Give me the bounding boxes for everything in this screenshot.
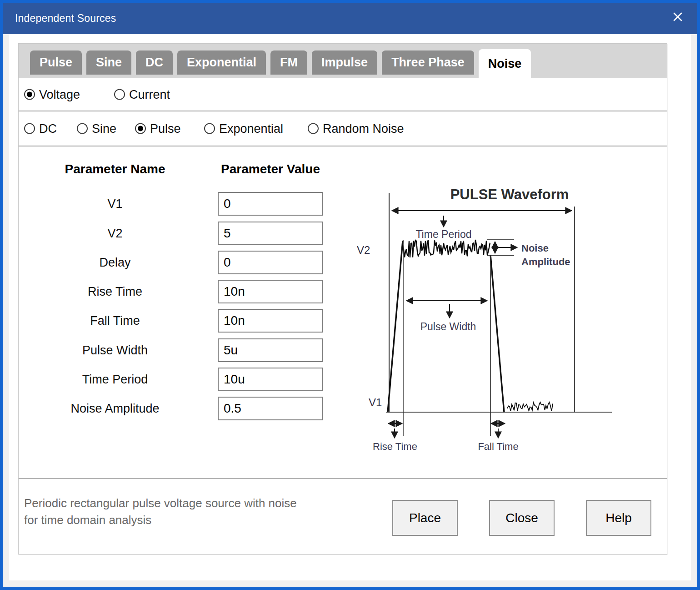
close-x-glyph xyxy=(673,12,683,22)
time-period-label: Time Period xyxy=(415,228,471,240)
radio-pulse-circle xyxy=(135,123,146,134)
source-description-line2: for time domain analysis xyxy=(24,512,360,529)
close-icon[interactable] xyxy=(670,9,685,25)
radio-random-noise[interactable]: Random Noise xyxy=(308,121,404,136)
param-label-v2: V2 xyxy=(42,222,188,245)
param-label-noise-amplitude: Noise Amplitude xyxy=(42,397,188,420)
param-label-v1: V1 xyxy=(42,192,188,216)
independent-sources-dialog: Independent Sources Pulse Sine DC Expone… xyxy=(0,0,700,590)
param-input-v2[interactable] xyxy=(218,222,323,245)
radio-sine[interactable]: Sine xyxy=(77,121,116,136)
radio-voltage[interactable]: Voltage xyxy=(24,87,80,101)
main-panel: Pulse Sine DC Exponential FM Impulse Thr… xyxy=(18,43,667,555)
param-label-pulse-width: Pulse Width xyxy=(42,338,188,362)
radio-sine-label: Sine xyxy=(92,121,116,136)
window-title: Independent Sources xyxy=(3,12,116,25)
radio-pulse-label: Pulse xyxy=(150,121,181,136)
tab-noise[interactable]: Noise xyxy=(479,49,531,78)
source-description-line1: Periodic rectangular pulse voltage sourc… xyxy=(24,495,360,512)
param-label-rise-time: Rise Time xyxy=(42,280,188,303)
tab-three-phase[interactable]: Three Phase xyxy=(382,50,474,75)
radio-dc-circle xyxy=(24,123,35,134)
param-input-rise-time[interactable] xyxy=(218,280,323,303)
tab-pulse[interactable]: Pulse xyxy=(30,50,82,75)
param-input-delay[interactable] xyxy=(218,251,323,274)
tab-impulse[interactable]: Impulse xyxy=(312,50,377,75)
param-label-fall-time: Fall Time xyxy=(42,309,188,333)
parameter-value-header: Parameter Value xyxy=(198,162,343,176)
radio-dc[interactable]: DC xyxy=(24,121,57,136)
signal-type-row: DC Sine Pulse Exponential Random Noise xyxy=(19,111,667,146)
close-button[interactable]: Close xyxy=(489,500,555,536)
pulse-width-label: Pulse Width xyxy=(420,321,476,333)
tab-strip: Pulse Sine DC Exponential FM Impulse Thr… xyxy=(19,44,667,78)
title-bar: Independent Sources xyxy=(3,3,697,34)
place-button[interactable]: Place xyxy=(392,500,458,536)
radio-random-noise-label: Random Noise xyxy=(323,121,404,136)
param-label-delay: Delay xyxy=(42,251,188,274)
help-button[interactable]: Help xyxy=(586,500,651,536)
radio-current-circle xyxy=(114,89,125,100)
radio-sine-circle xyxy=(77,123,88,134)
radio-current[interactable]: Current xyxy=(114,87,170,101)
param-input-pulse-width[interactable] xyxy=(218,338,323,362)
rise-time-label: Rise Time xyxy=(373,441,417,452)
source-description: Periodic rectangular pulse voltage sourc… xyxy=(24,495,360,529)
param-input-time-period[interactable] xyxy=(218,368,323,391)
radio-exponential[interactable]: Exponential xyxy=(204,121,283,136)
param-label-time-period: Time Period xyxy=(42,368,188,391)
radio-current-label: Current xyxy=(129,87,170,101)
param-input-fall-time[interactable] xyxy=(218,309,323,333)
radio-pulse[interactable]: Pulse xyxy=(135,121,181,136)
radio-voltage-label: Voltage xyxy=(39,87,80,101)
v1-axis-label: V1 xyxy=(369,396,382,408)
tab-dc[interactable]: DC xyxy=(136,50,173,75)
param-input-noise-amplitude[interactable] xyxy=(218,397,323,420)
param-input-v1[interactable] xyxy=(218,192,323,216)
tab-fm[interactable]: FM xyxy=(270,50,307,75)
fall-time-label: Fall Time xyxy=(478,441,518,452)
radio-exponential-circle xyxy=(204,123,215,134)
tab-sine[interactable]: Sine xyxy=(86,50,131,75)
source-kind-row: Voltage Current xyxy=(19,78,667,111)
radio-dc-label: DC xyxy=(39,121,57,136)
diagram-title: PULSE Waveform xyxy=(450,187,569,202)
pulse-waveform-diagram: PULSE Waveform Time Period Noise Ampl xyxy=(350,180,623,453)
noise-amplitude-label-line1: Noise xyxy=(521,242,549,254)
noise-amplitude-label-line2: Amplitude xyxy=(521,256,570,267)
radio-exponential-label: Exponential xyxy=(219,121,283,136)
tab-exponential[interactable]: Exponential xyxy=(177,50,266,75)
parameter-name-header: Parameter Name xyxy=(42,162,188,176)
radio-voltage-circle xyxy=(24,89,35,100)
footer-separator xyxy=(19,478,667,479)
v2-axis-label: V2 xyxy=(357,244,370,256)
radio-random-noise-circle xyxy=(308,123,319,134)
